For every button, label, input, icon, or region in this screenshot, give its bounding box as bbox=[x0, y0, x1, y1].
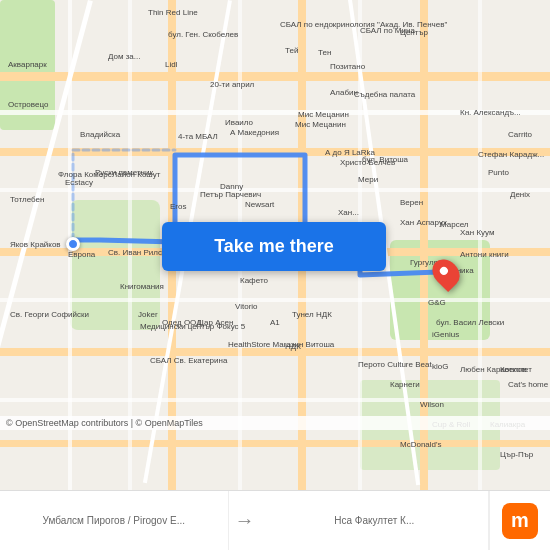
major-road bbox=[0, 348, 550, 356]
road bbox=[0, 298, 550, 302]
footer-origin-section: Умбалсм Пирогов / Pirogov E... bbox=[0, 491, 229, 550]
road bbox=[0, 398, 550, 402]
footer-destination-label: Нса Факултет К... bbox=[334, 515, 414, 526]
footer-logo-section: m bbox=[489, 491, 550, 550]
major-road bbox=[0, 148, 550, 156]
major-road bbox=[0, 72, 550, 81]
moovit-logo: m bbox=[502, 503, 538, 539]
footer-arrow: → bbox=[229, 491, 261, 550]
map-container: ТотлебенЯков КрайковСв. Георги СофийскиЕ… bbox=[0, 0, 550, 490]
footer-bar: Умбалсм Пирогов / Pirogov E... → Нса Фак… bbox=[0, 490, 550, 550]
destination-marker bbox=[434, 258, 458, 288]
park-area bbox=[70, 200, 160, 330]
map-attribution: © OpenStreetMap contributors | © OpenMap… bbox=[0, 416, 550, 430]
origin-marker bbox=[66, 237, 80, 251]
moovit-icon: m bbox=[502, 503, 538, 539]
road bbox=[0, 188, 550, 192]
road bbox=[0, 110, 550, 115]
footer-origin-label: Умбалсм Пирогов / Pirogov E... bbox=[43, 515, 185, 526]
take-me-there-button[interactable]: Take me there bbox=[162, 222, 386, 271]
major-road bbox=[0, 440, 550, 447]
footer-destination-section: Нса Факултет К... bbox=[261, 491, 490, 550]
